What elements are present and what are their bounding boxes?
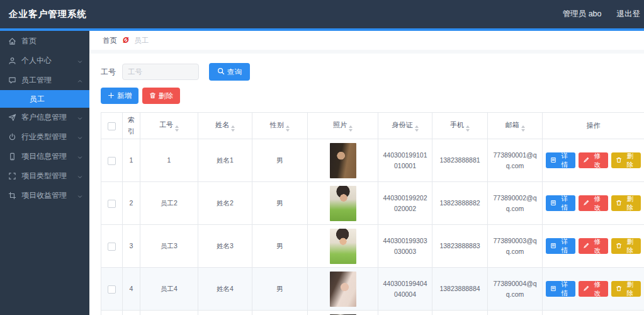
send-icon [8,113,16,122]
delete-button[interactable]: 删除 [142,88,180,104]
sidebar-item-label: 首页 [21,36,83,47]
cell-email: 773890003@qq.com [488,225,543,268]
employee-photo [330,272,356,307]
table-row [101,311,644,315]
header-photo[interactable]: 照片 [308,113,378,139]
sidebar-item-label: 项目类型管理 [21,171,77,181]
cell-phone: 13823888883 [432,225,488,268]
trash-icon [616,157,622,164]
sort-icon[interactable] [466,125,470,132]
phone-icon [8,152,16,161]
delete-row-button[interactable]: 删除 [611,238,641,254]
cell-gender: 男 [252,139,308,182]
emp-no-input[interactable] [122,64,199,80]
cell-id-card: 440300199202020002 [378,182,432,225]
search-button[interactable]: 查询 [209,63,250,81]
header-id-card[interactable]: 身份证 [378,113,432,139]
header-phone[interactable]: 手机 [432,113,488,139]
logout-link[interactable]: 退出登 [617,9,641,20]
sidebar-item-industry-type-mgmt[interactable]: 行业类型管理 [0,127,89,147]
cell-id-card: 440300199101010001 [378,139,432,182]
employee-table: 索引 工号 姓名 性别 照片 身份证 手机 邮箱 操作 1 1 姓名1 [101,112,644,315]
sidebar-item-profile[interactable]: 个人中心 [0,51,89,71]
cell-email: 773890004@qq.com [488,268,543,311]
header-name[interactable]: 姓名 [198,113,252,139]
sort-icon[interactable] [521,125,525,132]
delete-row-button[interactable]: 删除 [611,152,641,168]
header-emp-no[interactable]: 工号 [140,113,198,139]
cell-emp-no [140,311,198,315]
header-email[interactable]: 邮箱 [488,113,543,139]
table-row: 3 员工3 姓名3 男 440300199303030003 138238888… [101,225,644,268]
cell-email: 773890002@qq.com [488,182,543,225]
edit-button[interactable]: 修改 [579,238,608,254]
employee-photo [330,143,356,178]
sidebar-item-project-info-mgmt[interactable]: 项目信息管理 [0,147,89,166]
app-title: 企业客户管理系统 [9,8,87,20]
cell-emp-no: 员工4 [140,268,198,311]
cell-name [198,311,252,315]
header-select-all [101,113,123,139]
cell-phone [432,311,488,315]
employee-photo [330,229,356,264]
sidebar-subitem-label: 员工 [30,94,45,105]
chevron-down-icon [77,134,83,140]
sort-icon[interactable] [349,125,353,132]
document-icon [550,200,556,207]
delete-row-button[interactable]: 删除 [611,195,641,211]
edit-button[interactable]: 修改 [579,152,608,168]
document-icon [550,285,556,293]
detail-button[interactable]: 详情 [546,152,575,168]
sort-icon[interactable] [415,125,419,132]
sort-icon[interactable] [286,125,290,132]
sort-icon[interactable] [175,125,179,132]
sidebar-item-project-type-mgmt[interactable]: 项目类型管理 [0,166,89,186]
scan-icon [8,172,16,180]
cell-gender [252,311,308,315]
chevron-down-icon [77,173,83,180]
sidebar-item-home[interactable]: 首页 [0,32,89,51]
row-checkbox[interactable] [108,200,116,208]
delete-row-button[interactable]: 删除 [611,281,641,297]
breadcrumb-home-link[interactable]: 首页 [103,36,117,45]
chevron-down-icon [77,58,83,64]
header-gender[interactable]: 性别 [252,113,308,139]
row-checkbox[interactable] [108,285,116,294]
table-row: 4 员工4 姓名4 男 440300199404040004 138238888… [101,268,644,311]
sort-icon[interactable] [231,125,235,132]
add-button[interactable]: 新增 [101,88,138,104]
sidebar-item-customer-info-mgmt[interactable]: 客户信息管理 [0,108,89,127]
edit-button[interactable]: 修改 [579,195,608,211]
row-checkbox[interactable] [108,157,116,165]
breadcrumb-current: 员工 [134,36,149,45]
sidebar-item-employee-mgmt[interactable]: 员工管理 [0,71,89,90]
select-all-checkbox[interactable] [108,122,116,130]
user-menu[interactable]: 管理员 abo [563,9,602,20]
sidebar-item-label: 项目收益管理 [21,190,77,201]
edit-button[interactable]: 修改 [579,281,608,297]
detail-button[interactable]: 详情 [546,238,575,254]
cell-id-card: 440300199303030003 [378,225,432,268]
sidebar-item-project-revenue-mgmt[interactable]: 项目收益管理 [0,186,89,205]
table-row: 2 员工2 姓名2 男 440300199202020002 138238888… [101,182,644,225]
trash-icon [149,92,156,100]
cell-emp-no: 员工2 [140,182,198,225]
cell-email: 773890001@qq.com [488,139,543,182]
breadcrumb-separator-icon: Ø [123,36,128,45]
detail-button[interactable]: 详情 [546,195,575,211]
search-form: 工号 查询 [101,63,644,81]
detail-button[interactable]: 详情 [546,281,575,297]
pencil-icon [583,200,589,207]
cell-gender: 男 [252,182,308,225]
message-icon [8,76,16,84]
top-bar: 企业客户管理系统 管理员 abo 退出登 [0,0,644,28]
sidebar-item-label: 行业类型管理 [21,132,77,142]
chevron-up-icon [77,77,83,84]
plus-icon [108,92,115,100]
pencil-icon [583,157,589,164]
chevron-down-icon [77,115,83,121]
row-checkbox[interactable] [108,243,116,251]
sidebar-subitem-employee[interactable]: 员工 [0,90,89,108]
breadcrumb: 首页 Ø 员工 [89,31,644,50]
document-icon [550,243,556,250]
